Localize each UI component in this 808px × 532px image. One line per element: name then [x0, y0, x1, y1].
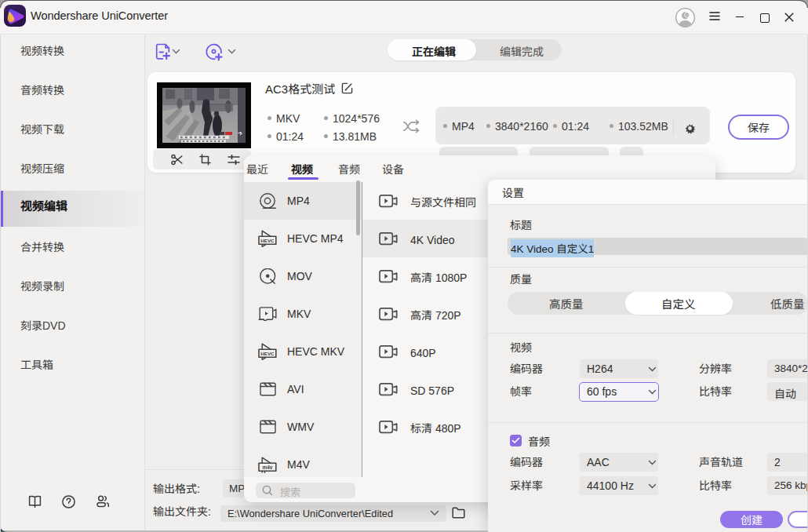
svg-text:m4v: m4v	[263, 465, 273, 470]
svg-text:HEVC: HEVC	[260, 238, 275, 243]
svg-text:HEVC: HEVC	[260, 351, 275, 356]
